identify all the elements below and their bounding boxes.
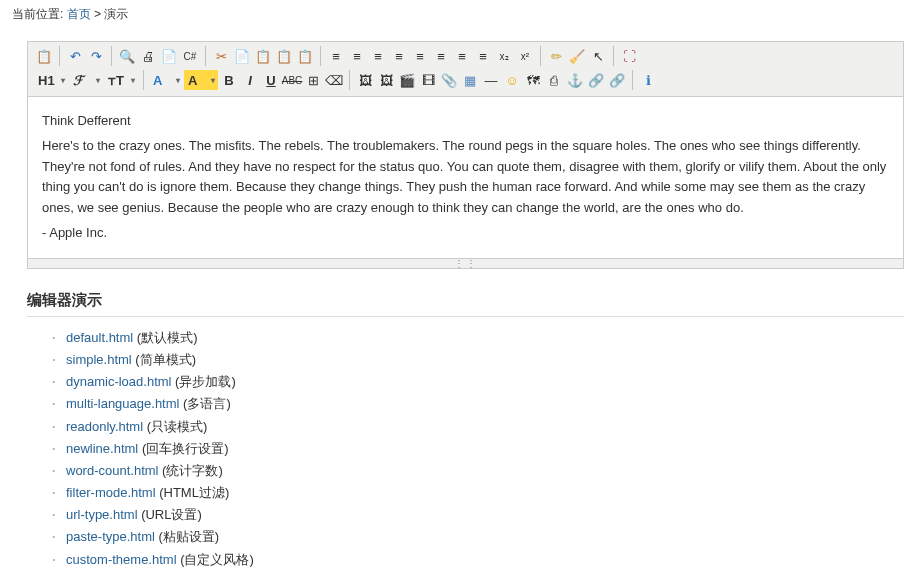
table-icon[interactable]: ▦ — [460, 70, 480, 90]
list-item: multi-language.html (多语言) — [52, 393, 904, 415]
source-icon[interactable]: 📋 — [34, 46, 54, 66]
map-icon[interactable]: 🗺 — [523, 70, 543, 90]
copy-icon[interactable]: 📄 — [232, 46, 252, 66]
toolbar-separator — [111, 46, 112, 66]
breadcrumb: 当前位置: 首页 > 演示 — [12, 0, 919, 41]
hr-icon[interactable]: — — [481, 70, 501, 90]
toolbar-separator — [143, 70, 144, 90]
breadcrumb-prefix: 当前位置: — [12, 7, 67, 21]
demo-link[interactable]: paste-type.html — [66, 529, 155, 544]
align-right-icon[interactable]: ≡ — [368, 46, 388, 66]
toolbar-separator — [349, 70, 350, 90]
demo-link[interactable]: default.html — [66, 330, 133, 345]
demo-link[interactable]: newline.html — [66, 441, 138, 456]
select-icon[interactable]: ↖ — [588, 46, 608, 66]
heading-dropdown[interactable]: H1 — [34, 70, 68, 90]
demo-desc: (粘贴设置) — [155, 529, 219, 544]
fontsize-dropdown[interactable]: ᴛT — [104, 70, 138, 90]
editor-content: Here's to the crazy ones. The misfits. T… — [42, 136, 889, 219]
indent-icon[interactable]: ≡ — [473, 46, 493, 66]
eyedrop-icon[interactable]: ✏ — [546, 46, 566, 66]
erase-icon[interactable]: 🧹 — [567, 46, 587, 66]
demo-desc: (多语言) — [179, 396, 230, 411]
underline-icon[interactable]: U — [261, 70, 281, 90]
superscript-icon[interactable]: x² — [515, 46, 535, 66]
clearformat-icon[interactable]: ⌫ — [324, 70, 344, 90]
file-icon[interactable]: 📎 — [439, 70, 459, 90]
demo-link[interactable]: custom-theme.html — [66, 552, 177, 567]
multiimage-icon[interactable]: 🖼 — [376, 70, 396, 90]
toolbar-separator — [540, 46, 541, 66]
demo-link[interactable]: url-type.html — [66, 507, 138, 522]
demo-desc: (HTML过滤) — [156, 485, 230, 500]
toolbar-separator — [320, 46, 321, 66]
editor-resize-handle[interactable]: ⋮⋮ — [28, 258, 903, 268]
cut-icon[interactable]: ✂ — [211, 46, 231, 66]
list-item: default.html (默认模式) — [52, 327, 904, 349]
list-item: custom-theme.html (自定义风格) — [52, 549, 904, 570]
demo-link[interactable]: dynamic-load.html — [66, 374, 172, 389]
emoji-icon[interactable]: ☺ — [502, 70, 522, 90]
pagebreak-icon[interactable]: ⎙ — [544, 70, 564, 90]
bold-icon[interactable]: B — [219, 70, 239, 90]
demo-desc: (默认模式) — [133, 330, 197, 345]
paste-word-icon[interactable]: 📋 — [295, 46, 315, 66]
border-icon[interactable]: ⊞ — [303, 70, 323, 90]
align-left-icon[interactable]: ≡ — [326, 46, 346, 66]
demo-link[interactable]: simple.html — [66, 352, 132, 367]
breadcrumb-home-link[interactable]: 首页 — [67, 7, 91, 21]
preview-icon[interactable]: 🔍 — [117, 46, 137, 66]
italic-icon[interactable]: I — [240, 70, 260, 90]
link-icon[interactable]: 🔗 — [586, 70, 606, 90]
outdent-icon[interactable]: ≡ — [452, 46, 472, 66]
demo-link[interactable]: word-count.html — [66, 463, 158, 478]
code-icon[interactable]: C# — [180, 46, 200, 66]
section-title: 编辑器演示 — [27, 291, 904, 317]
print-icon[interactable]: 🖨 — [138, 46, 158, 66]
editor-body[interactable]: Think Defferent Here's to the crazy ones… — [28, 97, 903, 258]
demo-desc: (统计字数) — [158, 463, 222, 478]
justify-icon[interactable]: ≡ — [389, 46, 409, 66]
list-item: url-type.html (URL设置) — [52, 504, 904, 526]
demo-desc: (简单模式) — [132, 352, 196, 367]
editor-signature: - Apple Inc. — [42, 223, 889, 244]
demo-list: default.html (默认模式)simple.html (简单模式)dyn… — [52, 327, 904, 570]
demo-link[interactable]: readonly.html — [66, 419, 143, 434]
paste-text-icon[interactable]: 📋 — [274, 46, 294, 66]
demo-link[interactable]: filter-mode.html — [66, 485, 156, 500]
breadcrumb-sep: > — [94, 7, 104, 21]
list-item: filter-mode.html (HTML过滤) — [52, 482, 904, 504]
toolbar-separator — [613, 46, 614, 66]
subscript-icon[interactable]: x₂ — [494, 46, 514, 66]
image-icon[interactable]: 🖼 — [355, 70, 375, 90]
toolbar-separator — [632, 70, 633, 90]
about-icon[interactable]: ℹ — [638, 70, 658, 90]
strike-icon[interactable]: ABC — [282, 70, 302, 90]
redo-icon[interactable]: ↷ — [86, 46, 106, 66]
list-ol-icon[interactable]: ≡ — [410, 46, 430, 66]
list-item: word-count.html (统计字数) — [52, 460, 904, 482]
textcolor-dropdown[interactable]: A — [149, 70, 183, 90]
unlink-icon[interactable]: 🔗 — [607, 70, 627, 90]
flash-icon[interactable]: 🎬 — [397, 70, 417, 90]
align-center-icon[interactable]: ≡ — [347, 46, 367, 66]
list-ul-icon[interactable]: ≡ — [431, 46, 451, 66]
demo-desc: (回车换行设置) — [138, 441, 228, 456]
bgcolor-dropdown[interactable]: A — [184, 70, 218, 90]
paste-icon[interactable]: 📋 — [253, 46, 273, 66]
template-icon[interactable]: 📄 — [159, 46, 179, 66]
editor-title: Think Defferent — [42, 113, 131, 128]
list-item: newline.html (回车换行设置) — [52, 438, 904, 460]
anchor-icon[interactable]: ⚓ — [565, 70, 585, 90]
breadcrumb-current: 演示 — [104, 7, 128, 21]
toolbar-separator — [205, 46, 206, 66]
demo-desc: (只读模式) — [143, 419, 207, 434]
demo-link[interactable]: multi-language.html — [66, 396, 179, 411]
list-item: paste-type.html (粘贴设置) — [52, 526, 904, 548]
undo-icon[interactable]: ↶ — [65, 46, 85, 66]
media-icon[interactable]: 🎞 — [418, 70, 438, 90]
editor-container: 📋↶↷🔍🖨📄C#✂📄📋📋📋≡≡≡≡≡≡≡≡x₂x²✏🧹↖⛶ H1ℱᴛTAABIU… — [27, 41, 904, 269]
fontname-dropdown[interactable]: ℱ — [69, 70, 103, 90]
fullscreen-icon[interactable]: ⛶ — [619, 46, 639, 66]
list-item: simple.html (简单模式) — [52, 349, 904, 371]
